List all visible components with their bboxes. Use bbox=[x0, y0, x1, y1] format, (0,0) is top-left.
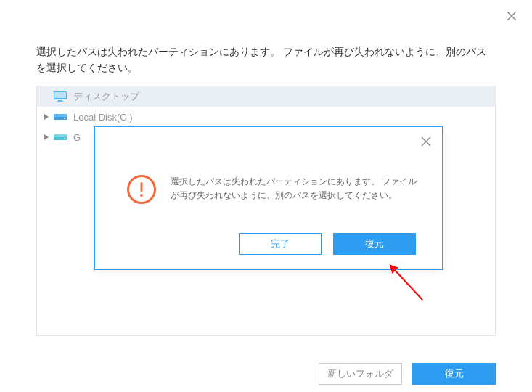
tree-item-label: G bbox=[73, 132, 81, 143]
alert-close-button[interactable] bbox=[420, 136, 432, 147]
instruction-text: 選択したパスは失われたパーティションにあります。 ファイルが再び失われないように… bbox=[36, 44, 488, 76]
dialog-footer: 新しいフォルダ 復元 bbox=[319, 363, 496, 385]
disk-icon bbox=[53, 131, 69, 143]
tree-item-label: Local Disk(C:) bbox=[73, 112, 133, 123]
alert-restore-button[interactable]: 復元 bbox=[333, 233, 416, 255]
monitor-icon bbox=[53, 91, 69, 102]
alert-done-button[interactable]: 完了 bbox=[239, 233, 322, 255]
chevron-right-icon bbox=[44, 134, 49, 140]
svg-rect-5 bbox=[57, 102, 64, 102]
svg-point-9 bbox=[64, 118, 65, 119]
svg-marker-6 bbox=[44, 114, 49, 120]
expand-toggle[interactable] bbox=[43, 134, 50, 141]
alert-message: 選択したパスは失われたパーティションにあります。 ファイルが再び失われないように… bbox=[171, 175, 420, 203]
disk-icon bbox=[53, 111, 69, 123]
tree-item-label: ディスクトップ bbox=[73, 90, 139, 103]
exclamation-icon bbox=[127, 175, 156, 204]
restore-button[interactable]: 復元 bbox=[412, 363, 496, 385]
svg-marker-10 bbox=[44, 134, 49, 140]
close-icon bbox=[420, 136, 432, 147]
tree-item-local-disk-c[interactable]: Local Disk(C:) bbox=[37, 107, 495, 127]
svg-point-13 bbox=[64, 138, 65, 139]
expand-toggle[interactable] bbox=[43, 113, 50, 121]
window-close-button[interactable] bbox=[506, 10, 517, 22]
tree-item-desktop[interactable]: ディスクトップ bbox=[37, 86, 495, 107]
close-icon bbox=[506, 10, 517, 22]
alert-dialog: 選択したパスは失われたパーティションにあります。 ファイルが再び失われないように… bbox=[94, 126, 443, 270]
svg-rect-4 bbox=[58, 100, 62, 102]
svg-rect-16 bbox=[141, 182, 143, 192]
new-folder-button[interactable]: 新しいフォルダ bbox=[319, 363, 402, 385]
chevron-right-icon bbox=[44, 114, 49, 120]
svg-rect-3 bbox=[54, 92, 66, 98]
alert-body: 選択したパスは失われたパーティションにあります。 ファイルが再び失われないように… bbox=[95, 127, 442, 204]
svg-point-17 bbox=[140, 194, 143, 197]
alert-buttons: 完了 復元 bbox=[239, 233, 416, 255]
